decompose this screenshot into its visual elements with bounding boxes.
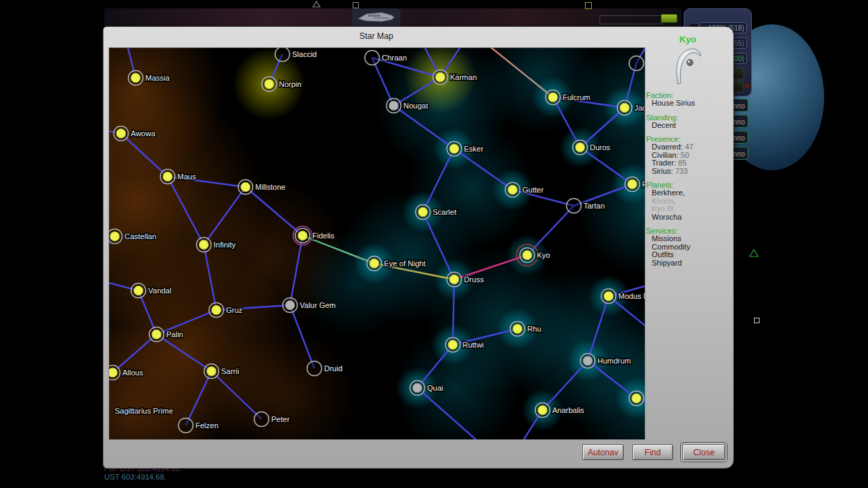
target-bracket (600, 15, 663, 24)
system-node-esker[interactable] (447, 142, 462, 156)
faction-value: House Sirius (652, 99, 730, 108)
system-node-jack[interactable] (618, 101, 632, 115)
system-node-felzen[interactable] (179, 418, 193, 433)
system-node-nougat[interactable] (387, 99, 401, 113)
system-label: Massia (145, 74, 170, 82)
system-node-rhu[interactable] (511, 322, 525, 336)
system-label: Kyo (537, 251, 550, 259)
system-node-fnode[interactable] (625, 177, 640, 192)
system-node-millstone[interactable] (239, 180, 253, 195)
system-label: Sagittarius Prime (115, 407, 173, 415)
system-label: Fidelis (312, 231, 335, 240)
hyperspace-lane (527, 206, 574, 255)
system-node-valurgem[interactable] (283, 298, 298, 313)
system-node-anarbalis[interactable] (536, 403, 550, 418)
hyperspace-lane (156, 334, 211, 371)
system-node-brnode[interactable] (629, 391, 644, 406)
system-label: Scarlet (433, 208, 456, 216)
square-marker-icon (353, 2, 359, 8)
window-title: Star Map (108, 31, 644, 41)
system-label: Awowa (131, 129, 156, 138)
system-node-humdrum[interactable] (581, 354, 595, 368)
system-node-infinity[interactable] (197, 238, 211, 252)
system-node-castellan[interactable] (109, 229, 122, 244)
system-node-fidelis[interactable] (294, 227, 312, 245)
system-label: Palin (166, 330, 183, 339)
hyperspace-lane (417, 388, 482, 439)
system-node-duros[interactable] (573, 140, 588, 155)
system-node-peter[interactable] (255, 412, 269, 427)
system-info-sidebar: Kyo Faction: House Sirius Standing: Dece… (646, 34, 730, 267)
system-label: Gutter (522, 186, 544, 194)
green-square-marker-icon (585, 2, 592, 9)
close-button[interactable]: Close (682, 444, 725, 460)
system-label: F (642, 180, 645, 188)
system-node-ruttwi[interactable] (446, 338, 460, 352)
hud-knob (744, 83, 750, 89)
system-node-tartan[interactable] (567, 199, 581, 213)
hyperspace-lane (204, 187, 246, 245)
white-square-marker-icon (754, 318, 760, 323)
system-node-chraan[interactable] (365, 51, 380, 65)
hyperspace-lane (168, 177, 204, 245)
system-node-allous[interactable] (109, 366, 120, 380)
system-label: Felzen (195, 421, 218, 430)
system-node-vandal[interactable] (131, 284, 146, 298)
system-node-gruz[interactable] (209, 303, 224, 318)
hyperspace-lane (121, 133, 168, 177)
hyperspace-lane (204, 245, 216, 310)
system-node-eyeofnight[interactable] (367, 257, 382, 271)
system-node-palin[interactable] (150, 327, 164, 342)
hyperspace-lane (186, 371, 211, 425)
system-node-sarrii[interactable] (204, 364, 219, 379)
house-sirius-logo-icon (673, 47, 703, 86)
system-label: Anarbalis (552, 406, 584, 414)
autonav-button[interactable]: Autonav (582, 444, 624, 460)
system-label: Esker (464, 145, 483, 153)
system-node-gutter[interactable] (506, 183, 520, 197)
hyperspace-lane (156, 310, 216, 334)
system-node-modusm[interactable] (602, 289, 616, 304)
system-label: Quai (427, 384, 443, 392)
system-node-norpin[interactable] (262, 77, 277, 92)
system-label: Peter (271, 415, 290, 423)
hyperspace-lane (113, 334, 156, 373)
system-node-quai[interactable] (410, 381, 425, 396)
system-node-awowa[interactable] (114, 127, 129, 141)
system-node-druss[interactable] (447, 273, 462, 287)
system-label: Millstone (255, 183, 285, 191)
target-ship-panel (352, 8, 401, 28)
system-label: Infinity (214, 241, 236, 249)
system-node-druid[interactable] (307, 361, 322, 376)
find-button[interactable]: Find (632, 444, 673, 460)
system-node-karman[interactable] (433, 70, 448, 85)
system-node-trring[interactable] (629, 56, 644, 71)
planet-item: Kyo III, (652, 205, 730, 213)
hyperspace-lane (542, 361, 588, 410)
hyperspace-lane (580, 108, 625, 147)
game-screen: 100% (518) (55) (00) nno nno nno nno r o… (0, 0, 868, 488)
system-label: Druid (324, 364, 342, 373)
hyperspace-lane (485, 48, 553, 97)
system-label: Karman (450, 73, 477, 81)
hyperspace-lane (246, 187, 303, 236)
system-label: Nougat (403, 101, 428, 110)
log-line: UST 603:4914.68. (104, 473, 182, 481)
system-node-maus[interactable] (161, 170, 175, 184)
system-label: Norpin (279, 80, 301, 88)
hyperspace-lane (211, 371, 262, 419)
service-item: Missions (652, 235, 730, 243)
green-indicator-pill (661, 14, 677, 23)
planet-item: Berkhere, (652, 189, 730, 197)
system-node-slaccid[interactable] (275, 48, 290, 62)
green-triangle-marker-icon (748, 248, 760, 258)
system-label: Humdrum (597, 357, 631, 365)
system-node-massia[interactable] (129, 71, 143, 86)
system-node-kyo[interactable] (517, 245, 538, 266)
triangle-marker-icon (312, 0, 321, 8)
star-map-canvas[interactable]: MassiaSlaccidNorpinChraanKarmanNougatFul… (108, 47, 645, 440)
system-label: Ruttwi (463, 341, 484, 349)
system-node-fulcrum[interactable] (546, 90, 561, 105)
system-node-scarlet[interactable] (416, 205, 431, 220)
system-label: Modus M (618, 292, 645, 300)
